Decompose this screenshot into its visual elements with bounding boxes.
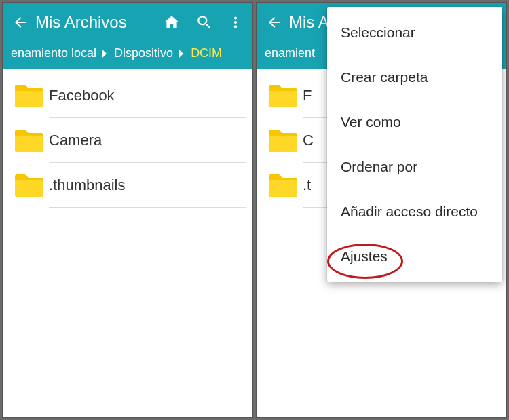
folder-icon (10, 83, 49, 109)
breadcrumb-item[interactable]: enamiento local (10, 46, 98, 60)
back-icon[interactable] (12, 14, 29, 31)
folder-icon (10, 172, 49, 198)
app-bar: Mis Archivos (3, 3, 252, 41)
overflow-menu: Seleccionar Crear carpeta Ver como Orden… (327, 7, 502, 282)
folder-name: F (303, 87, 312, 104)
folder-icon (263, 83, 303, 109)
overflow-menu-icon[interactable] (228, 14, 243, 31)
menu-item-view-as[interactable]: Ver como (327, 100, 502, 145)
breadcrumb: enamiento local Dispositivo DCIM (3, 41, 252, 69)
svg-point-0 (234, 16, 237, 19)
menu-item-add-shortcut[interactable]: Añadir acceso directo (327, 189, 502, 234)
folder-name: C (303, 132, 314, 149)
folder-name: .thumbnails (49, 176, 126, 194)
chevron-right-icon (102, 49, 109, 58)
folder-list: Facebook Camera .thumbnails (3, 69, 252, 208)
menu-item-settings[interactable]: Ajustes (327, 234, 502, 279)
folder-icon (263, 128, 303, 153)
home-icon[interactable] (163, 14, 181, 31)
list-item[interactable]: Facebook (3, 73, 252, 118)
folder-name: .t (303, 176, 311, 194)
breadcrumb-item[interactable]: Dispositivo (113, 46, 174, 60)
app-title: Mis Archivos (35, 13, 163, 32)
menu-item-sort-by[interactable]: Ordenar por (327, 145, 502, 189)
folder-name: Camera (49, 132, 102, 149)
menu-item-create-folder[interactable]: Crear carpeta (327, 55, 502, 100)
list-item[interactable]: .thumbnails (3, 163, 252, 208)
svg-point-2 (234, 25, 237, 28)
list-item[interactable]: Camera (3, 118, 252, 163)
breadcrumb-item-current: DCIM (189, 46, 223, 60)
folder-icon (10, 128, 49, 153)
search-icon[interactable] (195, 14, 213, 31)
menu-item-select[interactable]: Seleccionar (327, 10, 502, 55)
screen-left: Mis Archivos enamiento local Dispositivo… (2, 2, 253, 418)
screen-right: Mis A enamient F C .t (256, 2, 507, 418)
back-icon[interactable] (266, 14, 282, 31)
chevron-right-icon (178, 49, 185, 58)
svg-point-1 (234, 20, 237, 23)
breadcrumb-item[interactable]: enamient (263, 46, 316, 60)
folder-name: Facebook (49, 87, 115, 104)
folder-icon (263, 172, 303, 198)
